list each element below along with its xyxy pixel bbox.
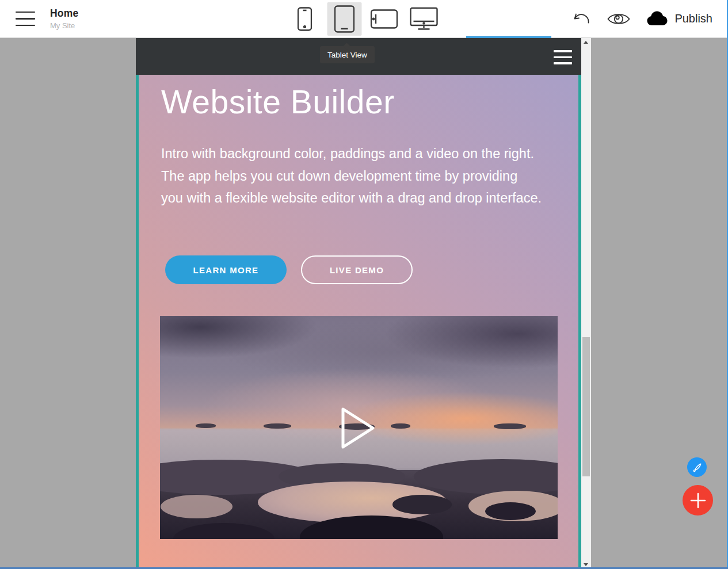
rock bbox=[485, 502, 536, 520]
site-hamburger-icon bbox=[554, 50, 572, 52]
island-silhouette bbox=[264, 423, 291, 429]
scrollbar-thumb[interactable] bbox=[582, 337, 590, 476]
video-player[interactable] bbox=[160, 316, 558, 539]
page-title: Home bbox=[50, 7, 78, 20]
hero-heading[interactable]: Website Builder bbox=[161, 83, 395, 121]
rock bbox=[173, 523, 275, 539]
view-tooltip: Tablet View bbox=[320, 46, 375, 63]
island-silhouette bbox=[494, 423, 525, 429]
scroll-up-button[interactable] bbox=[581, 38, 591, 47]
site-menu[interactable]: Home My Site bbox=[50, 7, 78, 30]
rock bbox=[392, 495, 452, 514]
site-name: My Site bbox=[50, 21, 78, 30]
hamburger-menu-icon bbox=[16, 12, 35, 13]
island-silhouette bbox=[196, 423, 216, 428]
publish-cloud-icon bbox=[645, 9, 669, 29]
tablet-landscape-view-icon bbox=[370, 9, 398, 29]
plus-icon bbox=[689, 492, 707, 509]
learn-more-button[interactable]: LEARN MORE bbox=[165, 255, 287, 284]
app-menu-button[interactable] bbox=[16, 9, 35, 29]
site-hamburger-button[interactable] bbox=[554, 50, 572, 64]
style-brush-fab[interactable] bbox=[687, 457, 707, 477]
add-block-fab[interactable] bbox=[683, 485, 713, 515]
phone-view-button[interactable] bbox=[287, 2, 322, 36]
island-silhouette bbox=[391, 423, 411, 429]
hero-block-selected[interactable]: Website Builder Intro with background co… bbox=[136, 75, 581, 569]
publish-button[interactable]: Publish bbox=[645, 9, 712, 29]
live-demo-button[interactable]: LIVE DEMO bbox=[301, 255, 413, 284]
tablet-view-icon bbox=[334, 5, 355, 33]
phone-view-icon bbox=[297, 7, 312, 31]
site-hamburger-icon bbox=[554, 62, 572, 64]
tablet-view-button[interactable] bbox=[327, 2, 361, 36]
toolbar-left-group: Home My Site bbox=[16, 0, 78, 37]
toolbar-right-group: Publish bbox=[571, 0, 712, 37]
preview-button[interactable] bbox=[607, 11, 631, 27]
hero-buttons-row: LEARN MORE LIVE DEMO bbox=[165, 255, 413, 284]
brush-icon bbox=[692, 462, 703, 473]
tide-pool bbox=[161, 495, 232, 518]
undo-icon bbox=[571, 9, 592, 29]
desktop-view-button[interactable] bbox=[406, 2, 441, 36]
desktop-view-icon bbox=[409, 7, 439, 31]
tablet-landscape-view-button[interactable] bbox=[367, 2, 401, 36]
editor-canvas: Website Builder Intro with background co… bbox=[0, 38, 728, 569]
app-toolbar: Home My Site bbox=[0, 0, 728, 38]
undo-button[interactable] bbox=[571, 9, 592, 29]
preview-scrollbar[interactable] bbox=[581, 38, 591, 569]
scrolled-content-edge bbox=[466, 36, 551, 38]
device-view-switcher bbox=[287, 0, 441, 38]
publish-label: Publish bbox=[674, 12, 712, 25]
video-play-icon[interactable] bbox=[340, 406, 376, 452]
rock bbox=[414, 459, 558, 494]
foreground-rocks bbox=[160, 470, 558, 539]
preview-eye-icon bbox=[607, 11, 631, 27]
hamburger-menu-icon bbox=[16, 25, 35, 26]
tablet-preview: Website Builder Intro with background co… bbox=[136, 38, 581, 569]
hero-paragraph[interactable]: Intro with background color, paddings an… bbox=[161, 143, 542, 209]
hamburger-menu-icon bbox=[16, 18, 35, 20]
site-hamburger-icon bbox=[554, 56, 572, 59]
